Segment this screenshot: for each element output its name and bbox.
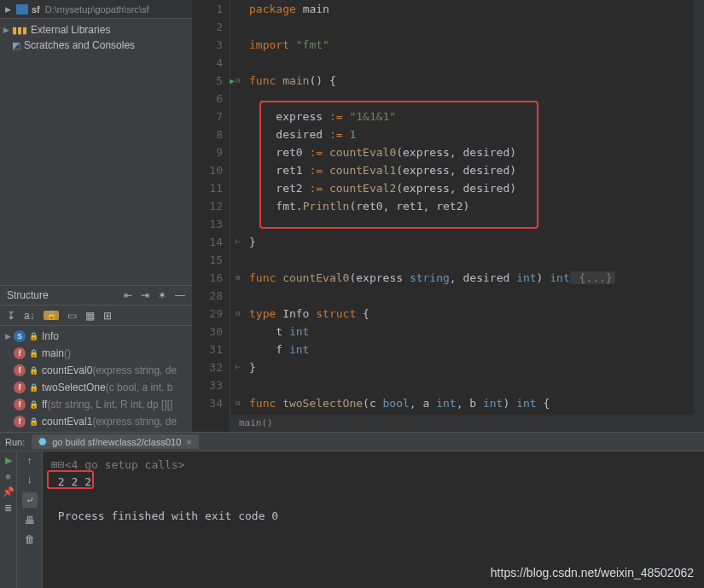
gear-icon[interactable]: ✶ xyxy=(158,289,166,301)
code-line[interactable] xyxy=(249,376,704,394)
chevron-right-icon: ▶ xyxy=(5,5,11,14)
line-number: 6 xyxy=(192,90,223,108)
code-line[interactable]: express := "1&1&1" xyxy=(249,108,704,125)
line-number: 29 xyxy=(192,305,223,323)
tree-external-libraries[interactable]: ▶ ▮▮▮ External Libraries xyxy=(0,22,192,38)
print-icon[interactable]: 🖶 xyxy=(25,515,35,527)
sort-icon[interactable]: a↓ xyxy=(24,310,35,322)
structure-item[interactable]: ▶S🔒Info xyxy=(0,328,192,345)
run-icon[interactable]: ▶ xyxy=(5,455,12,466)
run-tabbar: Run: ⬣ go build sf/newclass2/class010 × xyxy=(0,433,704,451)
up-icon[interactable]: ↑ xyxy=(27,455,32,467)
code-line[interactable] xyxy=(249,54,704,72)
go-icon: ⬣ xyxy=(38,436,47,447)
code-line[interactable]: ⊟func main() { xyxy=(249,72,704,90)
line-number: 2 xyxy=(192,18,223,36)
code-line[interactable] xyxy=(249,215,704,233)
fold-icon[interactable]: ⊞ xyxy=(236,269,240,287)
line-number: 8 xyxy=(192,125,223,143)
field-icon[interactable]: ▦ xyxy=(85,310,95,322)
watermark: https://blog.csdn.net/weixin_48502062 xyxy=(491,566,694,579)
structure-item[interactable]: f🔒countEval0(express string, de xyxy=(0,362,192,379)
line-number: 28 xyxy=(192,287,223,305)
line-number: 11 xyxy=(192,179,223,197)
sort-down-icon[interactable]: ↧ xyxy=(7,310,15,322)
lock-icon[interactable]: 🔒 xyxy=(44,311,59,320)
scrollbar[interactable] xyxy=(694,0,704,432)
line-number: 7 xyxy=(192,108,223,125)
collapse-icon[interactable]: ⇤ xyxy=(124,289,132,301)
line-number: 31 xyxy=(192,341,223,358)
fold-icon[interactable]: ⊢ xyxy=(236,233,240,251)
line-number: 33 xyxy=(192,376,223,394)
down-icon[interactable]: ↓ xyxy=(27,474,32,486)
code-line[interactable]: ret1 := countEval1(express, desired) xyxy=(249,161,704,179)
trash-icon[interactable]: 🗑 xyxy=(25,533,35,545)
fold-icon[interactable]: ⊢ xyxy=(236,358,240,376)
line-number: 12 xyxy=(192,197,223,215)
line-number: 13 xyxy=(192,215,223,233)
code-line[interactable]: ⊢} xyxy=(249,358,704,376)
line-number: 10 xyxy=(192,161,223,179)
code-line[interactable] xyxy=(249,90,704,108)
scratch-icon: ◩ xyxy=(12,40,20,51)
run-tab[interactable]: ⬣ go build sf/newclass2/class010 × xyxy=(32,434,198,449)
code-line[interactable]: ⊟func twoSelectOne(c bool, a int, b int)… xyxy=(249,394,704,412)
code-line[interactable]: t int xyxy=(249,323,704,341)
structure-item[interactable]: f🔒main() xyxy=(0,345,192,362)
code-line[interactable]: ret0 := countEval0(express, desired) xyxy=(249,143,704,161)
line-number: 3 xyxy=(192,36,223,54)
close-icon[interactable]: × xyxy=(186,437,191,447)
folder-icon xyxy=(16,4,28,15)
line-number: 4 xyxy=(192,54,223,72)
toggle-icon[interactable]: ⊞ xyxy=(103,310,112,322)
structure-item[interactable]: f🔒countEval1(express string, de xyxy=(0,413,192,430)
more-icon[interactable]: ≣ xyxy=(4,503,12,514)
wrap-icon[interactable]: ⤶ xyxy=(22,492,38,508)
stop-icon[interactable]: ■ xyxy=(5,471,11,481)
run-gutter-left: ▶ ■ 📌 ≣ xyxy=(0,451,17,588)
code-line[interactable] xyxy=(249,18,704,36)
breadcrumb[interactable]: main() xyxy=(230,415,704,432)
code-line[interactable]: fmt.Println(ret0, ret1, ret2) xyxy=(249,197,704,215)
code-line[interactable]: f int xyxy=(249,341,704,358)
fold-icon[interactable]: ⊟ xyxy=(236,72,240,90)
project-path-bar: ▶ sf D:\mysetup\gopath\src\sf xyxy=(0,0,192,19)
run-tab-label: go build sf/newclass2/class010 xyxy=(52,437,181,447)
line-number: 5▶ xyxy=(192,72,223,90)
structure-header: Structure ⇤ ⇥ ✶ — xyxy=(0,285,192,306)
pin-icon[interactable]: 📌 xyxy=(3,486,15,498)
structure-item[interactable]: f🔒twoSelectOne(c bool, a int, b xyxy=(0,379,192,396)
project-full-path: D:\mysetup\gopath\src\sf xyxy=(45,4,149,15)
code-line[interactable]: ⊢} xyxy=(249,233,704,251)
code-line[interactable]: package main xyxy=(249,0,704,18)
structure-title: Structure xyxy=(7,289,49,301)
line-number: 1 xyxy=(192,0,223,18)
chevron-right-icon: ▶ xyxy=(3,26,12,34)
tree-scratches[interactable]: ◩ Scratches and Consoles xyxy=(0,38,192,53)
tree-label: External Libraries xyxy=(31,24,110,36)
code-line[interactable]: desired := 1 xyxy=(249,125,704,143)
line-number: 34 xyxy=(192,394,223,412)
structure-toolbar: ↧ a↓ 🔒 ▭ ▦ ⊞ xyxy=(0,306,192,326)
line-number: 32 xyxy=(192,358,223,376)
project-name: sf xyxy=(32,4,40,15)
code-line[interactable]: ⊟type Info struct { xyxy=(249,305,704,323)
structure-item[interactable]: f🔒ff(str string, L int, R int, dp [][] xyxy=(0,396,192,413)
fold-icon[interactable]: ⊟ xyxy=(236,394,240,412)
line-number: 14 xyxy=(192,233,223,251)
folder-icon[interactable]: ▭ xyxy=(67,310,77,322)
tree-label: Scratches and Consoles xyxy=(24,39,135,51)
minimize-icon[interactable]: — xyxy=(175,289,185,301)
code-line[interactable]: ⊞func countEval0(express string, desired… xyxy=(249,269,704,287)
line-number: 9 xyxy=(192,143,223,161)
expand-icon[interactable]: ⇥ xyxy=(141,289,149,301)
library-icon: ▮▮▮ xyxy=(12,25,27,36)
fold-icon[interactable]: ⊟ xyxy=(236,305,240,323)
run-gutter-left2: ↑ ↓ ⤶ 🖶 🗑 xyxy=(17,451,43,588)
code-line[interactable] xyxy=(249,287,704,305)
code-line[interactable] xyxy=(249,251,704,269)
code-line[interactable]: import "fmt" xyxy=(249,36,704,54)
code-line[interactable]: ret2 := countEval2(express, desired) xyxy=(249,179,704,197)
line-number: 16 xyxy=(192,269,223,287)
